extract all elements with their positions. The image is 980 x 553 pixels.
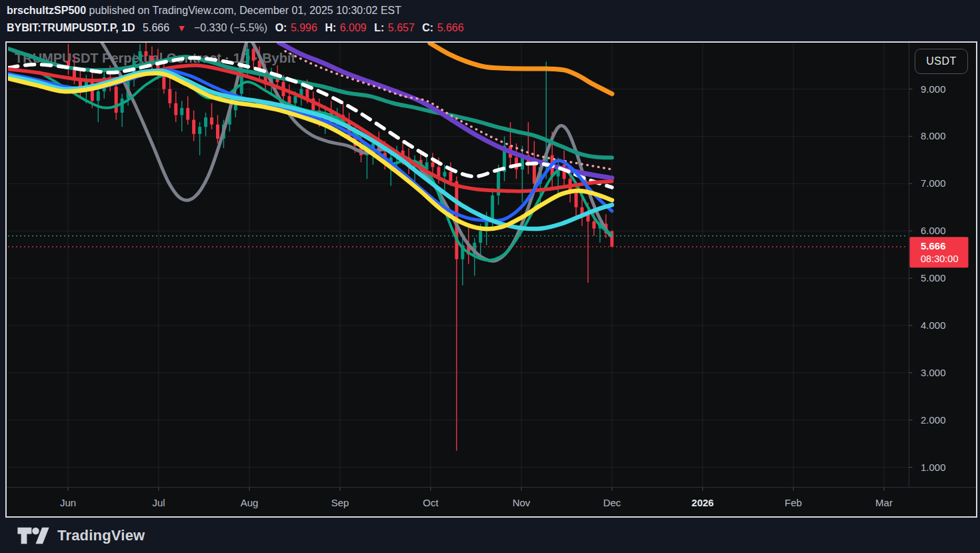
countdown-timer: 08:30:00 xyxy=(921,253,958,264)
candle xyxy=(431,162,435,167)
candle xyxy=(491,195,494,219)
high-label: H: xyxy=(325,22,336,33)
chart-frame xyxy=(6,42,977,517)
candle xyxy=(144,51,147,56)
close-label: C: xyxy=(422,22,433,33)
tradingview-logo-icon[interactable] xyxy=(16,526,51,545)
candle xyxy=(204,117,207,127)
candle xyxy=(293,96,297,103)
time-tick-label: Oct xyxy=(423,497,439,508)
candle xyxy=(252,49,255,61)
price-tick-label: 8.000 xyxy=(921,130,946,141)
candle xyxy=(437,167,441,176)
candle xyxy=(174,103,177,115)
candle xyxy=(575,193,578,207)
footer: TradingView xyxy=(0,518,980,553)
price-tick-label: 2.000 xyxy=(921,414,946,426)
time-tick-label: 2026 xyxy=(691,497,713,508)
symbol-status-line: BYBIT:TRUMPUSDT.P, 1D 5.666 ▼ −0.330 (−5… xyxy=(7,22,469,34)
low-label: L: xyxy=(374,22,384,33)
candle xyxy=(168,89,171,103)
time-tick-label: Dec xyxy=(603,497,621,508)
price-change: −0.330 (−5.5%) xyxy=(194,22,267,33)
candle xyxy=(210,117,213,125)
candle xyxy=(97,91,100,101)
price-tick-label: 3.000 xyxy=(921,367,946,378)
candle xyxy=(443,172,446,177)
last-price-tag: 5.66608:30:00 xyxy=(910,237,969,267)
high-value: 6.009 xyxy=(340,22,367,33)
candle xyxy=(121,99,124,113)
price-tick-label: 7.000 xyxy=(921,177,946,189)
open-label: O: xyxy=(275,22,287,33)
publisher-line: brschultzSP500 published on TradingView.… xyxy=(7,5,401,17)
candle xyxy=(115,87,118,113)
price-tick-label: 9.000 xyxy=(921,83,946,95)
tradingview-brand-text[interactable]: TradingView xyxy=(57,527,145,544)
price-tick-label: 4.000 xyxy=(921,320,946,331)
time-tick-label: Feb xyxy=(785,497,802,508)
last-price-value: 5.666 xyxy=(921,240,946,251)
published-text: published on TradingView.com, December 0… xyxy=(86,5,401,16)
close-value: 5.666 xyxy=(437,22,464,33)
last-price: 5.666 xyxy=(143,22,169,33)
candle xyxy=(139,51,142,61)
candle xyxy=(192,120,195,134)
candle xyxy=(216,125,219,139)
price-tick-label: 6.000 xyxy=(921,225,946,236)
price-chart-svg[interactable]: TRUMPUSDT Perpetual Contract · 1D · Bybi… xyxy=(0,0,980,553)
low-value: 5.657 xyxy=(388,22,415,33)
candle xyxy=(186,108,189,120)
candle xyxy=(180,108,183,115)
time-tick-label: Jun xyxy=(60,497,76,508)
candle xyxy=(288,96,291,103)
price-tick-label: 1.000 xyxy=(921,462,946,473)
time-tick-label: Nov xyxy=(513,497,531,508)
time-tick-label: Jul xyxy=(152,497,165,508)
candle xyxy=(198,127,201,134)
candle xyxy=(479,231,482,243)
candle xyxy=(592,221,595,229)
open-value: 5.996 xyxy=(291,22,317,33)
candle xyxy=(449,172,452,181)
symbol-label: BYBIT:TRUMPUSDT.P, 1D xyxy=(7,22,135,33)
time-tick-label: Aug xyxy=(241,497,259,508)
tradingview-snapshot-page: TRUMPUSDT Perpetual Contract · 1D · Bybi… xyxy=(0,0,980,553)
currency-toggle-usdt[interactable]: USDT xyxy=(915,49,968,74)
down-triangle-icon: ▼ xyxy=(177,23,187,33)
publisher-name: brschultzSP500 xyxy=(7,5,86,16)
time-tick-label: Sep xyxy=(331,497,349,508)
time-tick-label: Mar xyxy=(875,497,893,508)
price-tick-label: 5.000 xyxy=(921,272,946,284)
